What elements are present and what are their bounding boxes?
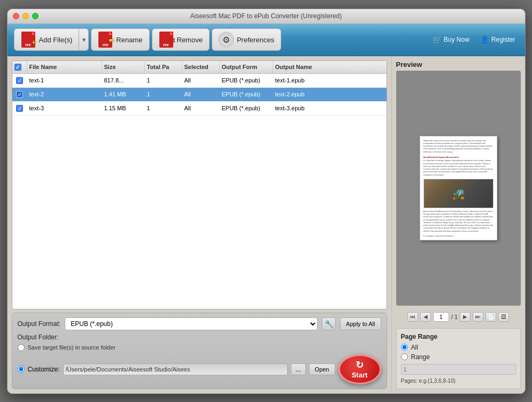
save-source-label: Save target file(s) in source folder <box>28 344 115 351</box>
row1-total: 1 <box>145 74 182 87</box>
row3-format: EPUB (*.epub) <box>220 102 273 115</box>
wrench-icon: 🔧 <box>325 320 334 328</box>
row1-checkbox[interactable]: ✓ <box>16 77 23 84</box>
export-image-button[interactable]: 🖼 <box>498 312 509 322</box>
preview-image: 🚜 <box>423 179 494 208</box>
preferences-icon: ⚙ <box>219 32 234 47</box>
export-pdf-button[interactable]: 📄 <box>485 312 496 322</box>
format-select[interactable]: EPUB (*.epub) <box>65 317 318 330</box>
left-panel: ✓ File Name Size Total Pa Selected Outpu… <box>7 56 391 393</box>
first-page-button[interactable]: ⏮ <box>407 312 418 322</box>
preferences-button[interactable]: ⚙ Preferences <box>212 28 281 51</box>
register-label: Register <box>491 36 515 43</box>
remove-icon: PDF ✕ <box>159 32 174 47</box>
preview-section: Preview Stakeholder views and concerns s… <box>396 60 521 306</box>
start-button[interactable]: ↻ Start <box>338 354 381 384</box>
titlebar: Aiseesoft Mac PDF to ePub Converter (Unr… <box>7 9 525 24</box>
pages-example: Pages: e.g.(1,3,6,8-10) <box>401 378 456 384</box>
rename-button[interactable]: PDF ✏ Rename <box>91 28 149 51</box>
buy-now-label: Buy Now <box>444 36 469 43</box>
row2-checkbox-cell: ✓ <box>12 88 27 101</box>
pdf-rename-icon: PDF ✏ <box>98 32 112 48</box>
open-button[interactable]: Open <box>309 363 335 375</box>
refresh-icon: ↻ <box>356 359 364 371</box>
row1-filename: text-1 <box>27 74 102 87</box>
register-button[interactable]: 👤 Register <box>477 33 519 46</box>
maximize-button[interactable] <box>32 13 38 19</box>
row3-filename: text-3 <box>27 102 102 115</box>
range-input[interactable] <box>401 364 516 375</box>
preferences-label: Preferences <box>237 36 274 44</box>
custom-range-radio[interactable] <box>401 353 408 360</box>
row2-output: text-2.epub <box>273 88 327 101</box>
next-page-button[interactable]: ▶ <box>460 312 471 322</box>
add-files-dropdown[interactable]: ▼ <box>79 28 89 51</box>
header-total-pages: Total Pa <box>145 61 182 73</box>
customize-label: Customize: <box>28 366 60 373</box>
toolbar: PDF + Add File(s) ▼ PDF ✏ Rename PDF <box>7 24 525 56</box>
remove-label: Remove <box>177 36 203 44</box>
customize-radio[interactable] <box>18 366 25 373</box>
add-files-label: Add File(s) <box>39 36 73 44</box>
row2-filename: text-2 <box>27 88 102 101</box>
minimize-button[interactable] <box>22 13 29 19</box>
table-row[interactable]: ✓ text-3 1.15 MB 1 All EPUB (*.epub) tex… <box>12 102 387 116</box>
main-content: ✓ File Name Size Total Pa Selected Outpu… <box>7 56 525 393</box>
page-total: / 1 <box>451 314 458 320</box>
table-row[interactable]: ✓ text-1 817.8... 1 All EPUB (*.epub) te… <box>12 74 387 88</box>
preview-text-3: Any environmental Assessment should addr… <box>423 210 494 233</box>
row1-output: text-1.epub <box>273 74 327 87</box>
row2-checkbox[interactable]: ✓ <box>16 91 23 98</box>
header-checkbox[interactable]: ✓ <box>14 64 21 71</box>
row3-selected: All <box>182 102 220 115</box>
header-size: Size <box>102 61 145 73</box>
header-output-format: Output Form <box>220 61 273 73</box>
cart-icon: 🛒 <box>433 35 442 44</box>
save-source-radio[interactable] <box>18 344 25 351</box>
output-folder-label: Output Folder: <box>18 333 381 341</box>
all-range-radio[interactable] <box>401 344 408 351</box>
row1-size: 817.8... <box>102 74 145 87</box>
custom-range-option: Range <box>401 353 516 361</box>
header-checkbox-cell: ✓ <box>12 61 27 73</box>
row2-selected: All <box>182 88 220 101</box>
start-label: Start <box>352 371 368 379</box>
row2-size: 1.41 MB <box>102 88 145 101</box>
preview-text-4: For example, it may be necessary to: <box>423 235 494 238</box>
prev-page-button[interactable]: ◀ <box>420 312 431 322</box>
rename-label: Rename <box>116 36 142 44</box>
range-label: Range <box>411 353 430 361</box>
preview-text-2: It is important to manage impacts of geo… <box>423 160 494 177</box>
toolbar-right: 🛒 Buy Now 👤 Register <box>429 33 519 46</box>
row2-format: EPUB (*.epub) <box>220 88 273 101</box>
add-files-button[interactable]: PDF + Add File(s) <box>14 28 80 51</box>
buy-now-button[interactable]: 🛒 Buy Now <box>429 33 473 46</box>
right-panel: Preview Stakeholder views and concerns s… <box>391 56 525 393</box>
output-format-label: Output Format: <box>18 320 61 328</box>
last-page-button[interactable]: ⏭ <box>473 312 483 322</box>
gear-circle-icon: ⚙ <box>218 32 234 48</box>
file-table: ✓ File Name Size Total Pa Selected Outpu… <box>12 60 387 309</box>
pdf-remove-icon: PDF ✕ <box>159 32 173 48</box>
close-button[interactable] <box>13 13 19 19</box>
window-title: Aiseesoft Mac PDF to ePub Converter (Unr… <box>190 12 342 20</box>
tractor-icon: 🚜 <box>450 185 466 203</box>
path-input[interactable] <box>63 363 288 375</box>
row3-total: 1 <box>145 102 182 115</box>
add-files-group: PDF + Add File(s) ▼ <box>14 28 89 51</box>
header-filename: File Name <box>27 61 102 73</box>
preview-label: Preview <box>396 60 521 69</box>
customize-row: Customize: ... Open ↻ Start <box>18 354 381 384</box>
page-range-section: Page Range All Range Pages: e.g.(1,3,6,8… <box>396 328 521 389</box>
table-row[interactable]: ✓ text-2 1.41 MB 1 All EPUB (*.epub) tex… <box>12 88 387 102</box>
all-range-option: All <box>401 344 516 351</box>
page-number-input[interactable] <box>433 312 449 322</box>
apply-to-all-button[interactable]: Apply to All <box>340 317 381 330</box>
row3-checkbox[interactable]: ✓ <box>16 105 23 112</box>
browse-button[interactable]: ... <box>291 363 306 375</box>
register-icon: 👤 <box>480 35 489 44</box>
remove-button[interactable]: PDF ✕ Remove <box>152 28 210 51</box>
bottom-controls: Output Format: EPUB (*.epub) 🔧 Apply to … <box>12 313 387 389</box>
output-format-row: Output Format: EPUB (*.epub) 🔧 Apply to … <box>18 317 381 330</box>
format-settings-button[interactable]: 🔧 <box>322 317 336 330</box>
